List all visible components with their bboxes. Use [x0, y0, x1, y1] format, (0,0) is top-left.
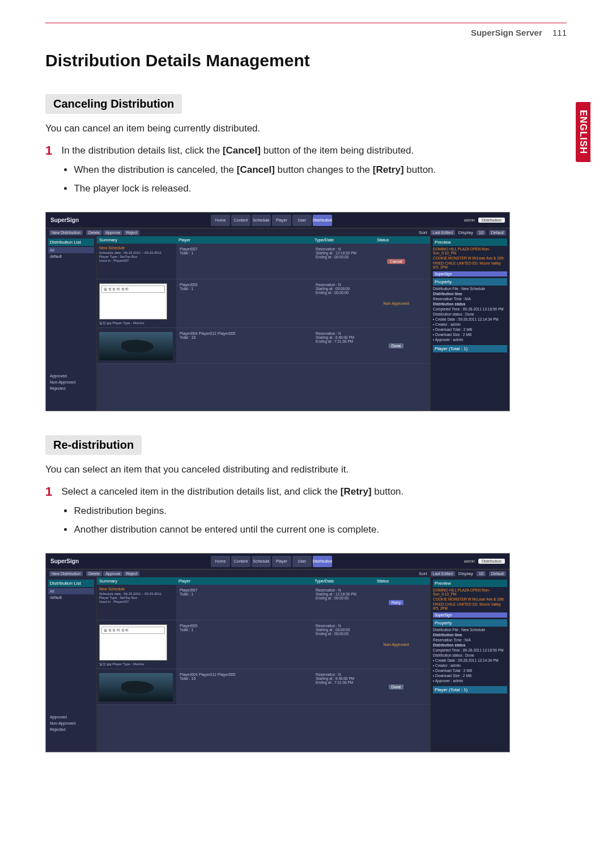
- row3-start: Starting at : 6:40:00 PM: [316, 335, 371, 339]
- search-box-2[interactable]: Distribution: [478, 559, 505, 564]
- col-status-2: Status: [375, 577, 418, 585]
- delete-button[interactable]: Delete: [86, 230, 102, 235]
- reject-button[interactable]: Reject: [124, 230, 139, 235]
- promo1: DOMINO HILL PLAZA OPEN Mon-Sun_0:10_PM: [433, 247, 507, 255]
- row3b-resv: Reservation : N: [316, 673, 371, 676]
- menu-distribution-2[interactable]: Distribution: [313, 556, 332, 567]
- row2b-resv: Reservation : N: [316, 624, 371, 628]
- row1-start: Starting at : 12:18:30 PM: [316, 251, 371, 255]
- new-distribution-button-2[interactable]: New Distribution: [49, 571, 83, 576]
- status-non-approved: Non-Approved: [380, 301, 411, 306]
- display-select-2[interactable]: 10: [477, 571, 486, 576]
- left-default[interactable]: default: [48, 253, 94, 259]
- row3b-start: Starting at : 6:40:00 PM: [316, 676, 371, 680]
- table-row[interactable]: New Schedule Schedule date : 06.23.2011 …: [97, 585, 430, 620]
- app-topbar-2: SuperSign Home Content Schedule Player U…: [46, 554, 509, 569]
- step-1-number: 1: [45, 143, 59, 158]
- row3b-end: Ending at : 7:31:38 PM: [316, 680, 371, 684]
- menu-distribution[interactable]: Distribution: [313, 215, 332, 226]
- menu-content[interactable]: Content: [231, 215, 250, 226]
- row3b-total: Total : 10: [180, 676, 309, 680]
- menu-home-2[interactable]: Home: [211, 556, 230, 567]
- table-row[interactable]: 일 정 정 리 정 리 일정.jpg Player Type : Monitor…: [97, 279, 430, 328]
- row3-thumbnail: [99, 332, 173, 360]
- menu-home[interactable]: Home: [211, 215, 230, 226]
- left-rejected[interactable]: Rejected: [48, 385, 94, 392]
- preview-head: Preview: [433, 239, 507, 246]
- menu-content-2[interactable]: Content: [231, 556, 250, 567]
- table-row[interactable]: 일 정 정 리 정 리 일정.jpg Player Type : Monitor…: [97, 620, 430, 669]
- row1-player: Player007: [180, 247, 309, 251]
- server-label: SuperSign Server: [471, 28, 542, 37]
- row1b-date: Schedule date : 06.23.2011 – 09.23.2011: [99, 592, 174, 596]
- default-select-2[interactable]: Default: [489, 571, 506, 576]
- prop-diststatus-val: Distribution status : Done: [433, 312, 507, 316]
- reject-button-2[interactable]: Reject: [124, 571, 139, 576]
- left-rejected-2[interactable]: Rejected: [48, 726, 94, 733]
- page-title: Distribution Details Management: [45, 51, 567, 70]
- default-select[interactable]: Default: [489, 230, 506, 235]
- left-nonapproved-2[interactable]: Non-Approved: [48, 720, 94, 726]
- cancel-button[interactable]: Cancel: [387, 259, 405, 264]
- row2-start: Starting at : 00:00:00: [316, 287, 371, 291]
- sort-select-2[interactable]: Last Edited: [431, 571, 455, 576]
- row2b-total: Total : 1: [180, 628, 309, 632]
- menu-user-2[interactable]: User: [292, 556, 312, 567]
- screenshot-canceling: SuperSign Home Content Schedule Player U…: [45, 212, 510, 411]
- prop-completed-2: Completed Time : 09-28-2011 12:18:56 PM: [433, 648, 507, 652]
- table-row[interactable]: Player004 Player012 Player005 Total : 10…: [97, 669, 430, 705]
- delete-button-2[interactable]: Delete: [86, 571, 102, 576]
- section-canceling-heading: Canceling Distribution: [45, 94, 182, 114]
- left-approved[interactable]: Approved: [48, 373, 94, 379]
- app-main-menu-2: Home Content Schedule Player User Distri…: [211, 556, 332, 567]
- row2-slide-title: 일 정 정 리 정 리: [101, 286, 165, 293]
- display-select[interactable]: 10: [477, 230, 486, 235]
- left-default-2[interactable]: default: [48, 594, 94, 601]
- app-topbar: SuperSign Home Content Schedule Player U…: [46, 212, 509, 228]
- left-approved-2[interactable]: Approved: [48, 714, 94, 720]
- table-row[interactable]: Player004 Player012 Player005 Total : 10…: [97, 328, 430, 364]
- center-panel: Summary Player Type/Date Status New Sche…: [97, 236, 430, 411]
- prop-disttime-2: Distribution time: [433, 633, 507, 637]
- sort-select[interactable]: Last Edited: [431, 230, 455, 235]
- prop-diststatus-head-2: Distribution status: [433, 643, 507, 647]
- approve-button[interactable]: Approve: [103, 230, 122, 235]
- prop-dltotal: • Download Total : 2 MB: [433, 327, 507, 331]
- step-2-text: Select a canceled item in the distributi…: [61, 484, 566, 541]
- menu-user[interactable]: User: [292, 215, 312, 226]
- status-done-2: Done: [389, 684, 404, 690]
- step-1-post: button of the item being distributed.: [261, 145, 414, 156]
- menu-player[interactable]: Player: [272, 215, 291, 226]
- search-box[interactable]: Distribution: [478, 218, 505, 223]
- row2-end: Ending at : 00:00:00: [316, 291, 371, 295]
- prop-disttime: Distribution time: [433, 292, 507, 296]
- menu-schedule[interactable]: Schedule: [252, 215, 271, 226]
- status-done: Done: [389, 343, 404, 348]
- left-all[interactable]: All: [48, 247, 94, 253]
- step-1-bullet-1: When the distribution is canceled, the […: [74, 163, 566, 177]
- step-2-bullet-2: Another distribution cannot be entered u…: [74, 522, 566, 537]
- supersign-badge-2: SuperSign: [433, 612, 507, 618]
- promo1-2: DOMINO HILL PLAZA OPEN Mon-Sun_0:10_PM: [433, 588, 507, 596]
- row1-usedin: Used in : Player007: [99, 259, 174, 263]
- new-distribution-button[interactable]: New Distribution: [49, 230, 83, 235]
- section-canceling-lead: You can cancel an item being currently d…: [45, 123, 567, 134]
- table-row[interactable]: New Schedule Schedule date : 06.23.2011 …: [97, 244, 430, 279]
- row2-player: Player005: [180, 283, 309, 287]
- app-logo: SuperSign: [50, 217, 79, 223]
- b1-pre: When the distribution is canceled, the: [74, 164, 236, 175]
- row3-resv: Reservation : N: [316, 331, 371, 335]
- left-nonapproved[interactable]: Non-Approved: [48, 379, 94, 385]
- left-panel-2: Distribution List All default Approved N…: [46, 577, 97, 752]
- menu-schedule-2[interactable]: Schedule: [252, 556, 271, 567]
- approve-button-2[interactable]: Approve: [103, 571, 122, 576]
- menu-player-2[interactable]: Player: [272, 556, 291, 567]
- col-summary: Summary: [97, 236, 176, 244]
- row1-resv: Reservation : N: [316, 247, 371, 251]
- prop-completed: Completed Time : 09-28-2011 12:18:56 PM: [433, 307, 507, 311]
- left-all-2[interactable]: All: [48, 588, 94, 594]
- retry-button[interactable]: Retry: [389, 600, 404, 605]
- app-logo-2: SuperSign: [50, 558, 79, 564]
- sort-label-2: Sort: [419, 571, 427, 576]
- prop-dlsize: • Download Size : 2 MB: [433, 333, 507, 337]
